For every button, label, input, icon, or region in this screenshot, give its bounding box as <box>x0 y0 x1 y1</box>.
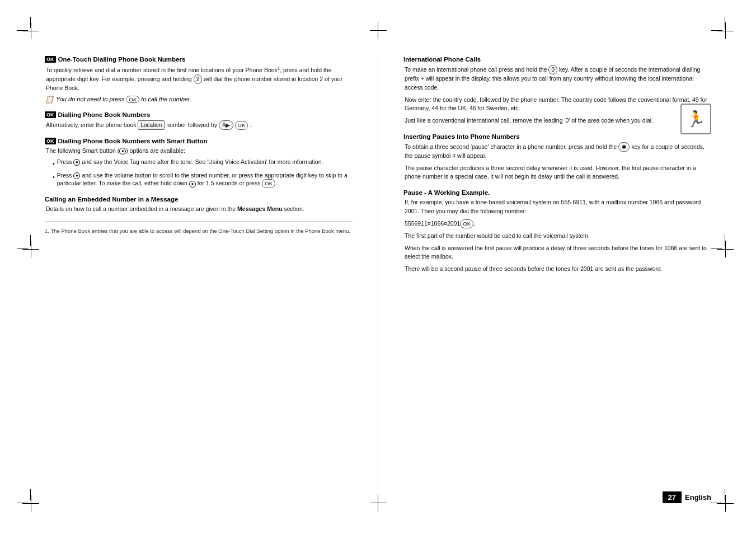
memo-icon: 📋 <box>45 95 54 104</box>
section-pauses: Inserting Pauses Into Phone Numbers To o… <box>403 133 711 181</box>
page-content: OK One-Touch Dialling Phone Book Numbers… <box>45 56 711 489</box>
reg-mark-bottom-right <box>717 495 734 512</box>
section-embedded-body: Details on how to call a number embedded… <box>45 205 353 214</box>
section-one-touch: OK One-Touch Dialling Phone Book Numbers… <box>45 56 353 104</box>
right-column: International Phone Calls To make an int… <box>395 56 711 489</box>
bullet-dot-2: • <box>53 173 55 188</box>
example-para-4: There will be a second pause of three se… <box>405 265 711 274</box>
reg-mark-bottom-left <box>22 495 39 512</box>
intl-para-2: Now enter the country code, followed by … <box>405 96 711 114</box>
left-column: OK One-Touch Dialling Phone Book Numbers… <box>45 56 361 489</box>
bullet-list: • Press ● and say the Voice Tag name aft… <box>53 158 353 188</box>
pause-para-2: The pause character produces a three sec… <box>405 164 711 182</box>
section-smart-title: OK Dialling Phone Book Numbers with Smar… <box>45 138 353 144</box>
reg-mark-mid-right <box>717 241 734 257</box>
example-number: 5556911¤1066¤2001OK. <box>405 219 711 228</box>
section-international-body: To make an international phone call pres… <box>403 65 711 125</box>
reg-mark-top-right <box>717 22 734 39</box>
section-dialling-body: Alternatively, enter the phone book Loca… <box>45 120 353 130</box>
ok-btn-inline: OK <box>126 96 139 103</box>
section-pause-example: Pause - A Working Example. If, for examp… <box>403 189 711 274</box>
section-embedded-title: Calling an Embedded Number in a Message <box>45 196 353 203</box>
body-alt: Alternatively, enter the phone book <box>46 121 138 128</box>
body-number: number followed by <box>166 121 219 128</box>
footnote-text: 1. The Phone Book entries that you are a… <box>45 228 350 234</box>
page-language: English <box>685 493 711 502</box>
reg-mark-bottom-center <box>370 495 387 512</box>
example-para-2: The first part of the number would be us… <box>405 232 711 241</box>
ok-btn-3: OK <box>262 179 275 188</box>
smart-btn-1: ● <box>73 159 80 166</box>
hash-key: #▶ <box>219 120 233 130</box>
intl-para-3: Just like a conventional international c… <box>405 116 711 125</box>
footnote: 1. The Phone Book entries that you are a… <box>45 227 353 235</box>
section-international-title: International Phone Calls <box>403 56 711 63</box>
section-pause-example-title: Pause - A Working Example. <box>403 189 711 196</box>
page-footer: 27 English <box>663 491 711 503</box>
ok-icon-3: OK <box>45 138 56 144</box>
section-dialling-title: OK Dialling Phone Book Numbers <box>45 111 353 118</box>
ok-icon-1: OK <box>45 56 56 63</box>
italic-note: 📋 You do not need to press OK to call th… <box>45 95 353 104</box>
body-period: . <box>250 121 251 128</box>
bullet-text-1: Press ● and say the Voice Tag name after… <box>57 158 323 168</box>
bullet-dot-1: • <box>53 160 55 168</box>
example-para-3: When the call is answered the first paus… <box>405 244 711 262</box>
ok-btn-example: OK <box>460 219 473 228</box>
italic-text: You do not need to press OK to call the … <box>56 96 191 103</box>
pause-para-1: To obtain a three second 'pause' charact… <box>405 142 711 161</box>
star-key: ✱ <box>618 142 630 152</box>
smart-btn-icon: ● <box>119 148 126 154</box>
section-embedded: Calling an Embedded Number in a Message … <box>45 196 353 214</box>
bullet-item-2: • Press ● and use the volume button to s… <box>53 171 353 188</box>
section-smart-body: The following Smart button (●) options a… <box>45 147 353 188</box>
example-para-1: If, for example, you have a tone-based v… <box>405 198 711 216</box>
smart-btn-3: ● <box>189 181 196 188</box>
reg-mark-mid-left <box>22 241 39 257</box>
section-smart-button: OK Dialling Phone Book Numbers with Smar… <box>45 138 353 188</box>
bullet-text-2: Press ● and use the volume button to scr… <box>57 171 353 188</box>
section-pause-example-body: If, for example, you have a tone-based v… <box>403 198 711 274</box>
key-2: 2 <box>194 74 203 84</box>
column-divider <box>378 56 378 489</box>
key-0: 0 <box>548 65 557 74</box>
location-key: Location <box>138 120 165 130</box>
section-pauses-body: To obtain a three second 'pause' charact… <box>403 142 711 181</box>
smart-intro: The following Smart button (●) options a… <box>46 147 185 154</box>
smart-btn-2: ● <box>73 172 80 179</box>
intl-para-1: To make an international phone call pres… <box>405 65 711 92</box>
section-pauses-title: Inserting Pauses Into Phone Numbers <box>403 133 711 140</box>
ok-icon-2: OK <box>45 111 56 118</box>
page-number: 27 <box>663 491 682 503</box>
section-one-touch-title: OK One-Touch Dialling Phone Book Numbers <box>45 56 353 63</box>
section-one-touch-body: To quickly retrieve and dial a number st… <box>45 65 353 93</box>
ok-btn-2: OK <box>235 121 248 130</box>
reg-mark-top-center <box>370 22 387 39</box>
reg-mark-top-left <box>22 22 39 39</box>
messages-menu-bold: Messages Menu <box>237 205 283 212</box>
bullet-item-1: • Press ● and say the Voice Tag name aft… <box>53 158 353 168</box>
embedded-body: Details on how to call a number embedded… <box>46 205 304 212</box>
section-dialling-phonebook: OK Dialling Phone Book Numbers Alternati… <box>45 111 353 130</box>
section-international: International Phone Calls To make an int… <box>403 56 711 125</box>
horizontal-divider <box>45 221 353 222</box>
